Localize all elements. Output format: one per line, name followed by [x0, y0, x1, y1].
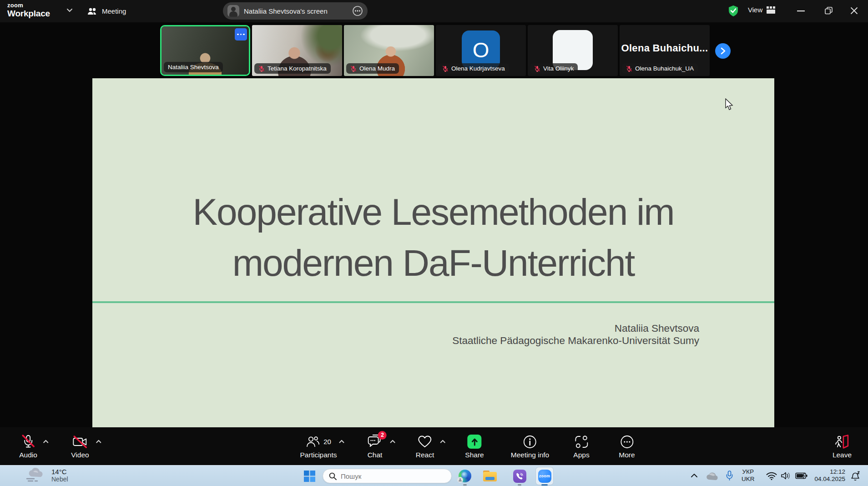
- folder-slot: [485, 477, 495, 480]
- slide-divider-line: [92, 301, 774, 303]
- security-shield-icon[interactable]: [728, 5, 739, 17]
- audio-options-chevron[interactable]: [43, 440, 49, 443]
- share-button[interactable]: Share: [465, 427, 484, 465]
- chevron-down-icon[interactable]: [66, 8, 73, 12]
- notification-bell-icon[interactable]: [850, 471, 861, 481]
- tile-more-button[interactable]: [235, 28, 247, 40]
- react-label: React: [416, 451, 434, 459]
- participants-options-chevron[interactable]: [339, 440, 345, 443]
- participants-button[interactable]: 20 Participants: [300, 427, 337, 465]
- slide-title: Kooperative Lesemethoden im modernen DaF…: [92, 187, 774, 289]
- taskbar-search[interactable]: [323, 469, 452, 483]
- apps-icon: [575, 435, 588, 448]
- share-screen-icon: [468, 435, 482, 449]
- more-button[interactable]: More: [619, 427, 635, 465]
- participant-name: Tetiana Koropatnitska: [267, 65, 327, 72]
- file-explorer-icon[interactable]: [483, 471, 497, 481]
- more-label: More: [619, 451, 635, 459]
- video-button[interactable]: Video: [71, 427, 89, 465]
- tab-meeting[interactable]: Meeting: [87, 0, 126, 22]
- participant-name: Olena Buhaichuk_UA: [635, 65, 694, 72]
- participant-name-badge: Olena Kudrjavtseva: [438, 63, 509, 74]
- brand-workplace: Workplace: [7, 9, 50, 18]
- restore-button[interactable]: [825, 7, 833, 15]
- participants-group-icon: [87, 7, 97, 15]
- apps-button[interactable]: Apps: [573, 427, 589, 465]
- video-tile-olena-kudrjavtseva[interactable]: O Olena Kudrjavtseva: [436, 25, 526, 76]
- brand-zoom: zoom: [7, 2, 50, 8]
- video-tile-olena-mudra[interactable]: Olena Mudra: [344, 25, 434, 76]
- view-button[interactable]: View: [748, 6, 775, 14]
- chat-button[interactable]: 2 Chat: [368, 427, 383, 465]
- mic-muted-icon: [21, 435, 35, 449]
- language-indicator[interactable]: УКР UKR: [742, 468, 755, 483]
- viber-icon[interactable]: [513, 470, 526, 483]
- apps-label: Apps: [573, 451, 589, 459]
- participant-name-badge: Olena Mudra: [346, 63, 399, 74]
- zoom-active-indicator: [541, 484, 548, 486]
- participants-icon: [306, 435, 319, 448]
- windows-taskbar: 14°C Nebel zoom: [0, 465, 868, 486]
- screen-share-pill[interactable]: Nataliia Shevtsova's screen: [223, 2, 368, 20]
- onedrive-icon[interactable]: [705, 471, 718, 480]
- video-options-chevron[interactable]: [96, 440, 101, 443]
- tray-expand-chevron[interactable]: [691, 473, 698, 478]
- battery-icon[interactable]: [795, 472, 807, 479]
- chat-unread-badge: 2: [378, 431, 387, 440]
- leave-button[interactable]: Leave: [833, 427, 852, 465]
- pill-more-icon[interactable]: [352, 5, 363, 16]
- zoom-workplace-window: zoom Workplace Meeting Nataliia Shevtsov…: [0, 0, 868, 486]
- leave-label: Leave: [833, 451, 852, 459]
- search-input[interactable]: [341, 472, 432, 480]
- react-button[interactable]: React: [416, 427, 434, 465]
- close-button[interactable]: [850, 7, 858, 15]
- tray-mic-icon[interactable]: [726, 471, 733, 481]
- view-grid-icon: [767, 6, 775, 14]
- react-options-chevron[interactable]: [440, 440, 446, 443]
- muted-mic-icon: [350, 66, 357, 72]
- clock-widget[interactable]: 12:12 04.04.2025: [814, 468, 845, 483]
- zoom-app-taskbar-button[interactable]: zoom: [535, 467, 554, 485]
- sharer-screen-label: Nataliia Shevtsova's screen: [244, 7, 348, 15]
- muted-mic-icon: [534, 66, 540, 72]
- participant-name: Vita Oliinyk: [543, 65, 574, 72]
- meeting-info-button[interactable]: Meeting info: [511, 427, 549, 465]
- audio-button[interactable]: Audio: [19, 427, 37, 465]
- edge-running-indicator: [463, 484, 467, 486]
- viber-phone-glyph: [516, 472, 524, 480]
- weather-temp: 14°C: [51, 468, 68, 476]
- next-participants-button[interactable]: [715, 43, 731, 59]
- chat-options-chevron[interactable]: [390, 440, 396, 443]
- participant-name-badge: Nataliia Shevtsova: [164, 62, 223, 72]
- speaker-icon[interactable]: [781, 471, 791, 480]
- video-label: Video: [71, 451, 89, 459]
- edge-browser-icon[interactable]: [459, 470, 471, 482]
- slide-title-line2: modernen DaF-Unterricht: [92, 238, 774, 289]
- more-icon: [620, 435, 634, 449]
- meeting-info-label: Meeting info: [511, 451, 549, 459]
- chevron-right-icon: [720, 47, 726, 55]
- view-label: View: [748, 6, 762, 14]
- video-tile-tetiana-koropatnitska[interactable]: Tetiana Koropatnitska: [252, 25, 342, 76]
- meeting-tab-label: Meeting: [102, 7, 126, 15]
- minimize-button[interactable]: [797, 10, 805, 12]
- viber-running-indicator: [518, 484, 521, 486]
- video-tile-vita-oliinyk[interactable]: Vita Oliinyk: [528, 25, 618, 76]
- wifi-icon[interactable]: [766, 472, 777, 480]
- avatar-initial: O: [473, 37, 490, 62]
- participant-name-badge: Olena Buhaichuk_UA: [622, 63, 698, 74]
- zoom-app-icon: zoom: [538, 470, 551, 483]
- info-icon: [523, 435, 537, 449]
- leave-door-icon: [834, 435, 850, 449]
- weather-widget[interactable]: 14°C Nebel: [25, 467, 68, 483]
- chat-label: Chat: [368, 451, 383, 459]
- video-tile-olena-buhaichuk[interactable]: Olena Buhaichu... Olena Buhaichuk_UA: [620, 25, 710, 76]
- start-button[interactable]: [304, 471, 315, 482]
- audio-label: Audio: [19, 451, 37, 459]
- participant-name-badge: Tetiana Koropatnitska: [254, 63, 331, 74]
- participants-label: Participants: [300, 451, 337, 459]
- slide-author: Nataliia Shevtsova: [452, 322, 699, 334]
- clock-date: 04.04.2025: [814, 476, 845, 483]
- participant-name: Olena Kudrjavtseva: [451, 65, 505, 72]
- video-tile-nataliia-shevtsova[interactable]: Nataliia Shevtsova: [160, 25, 250, 76]
